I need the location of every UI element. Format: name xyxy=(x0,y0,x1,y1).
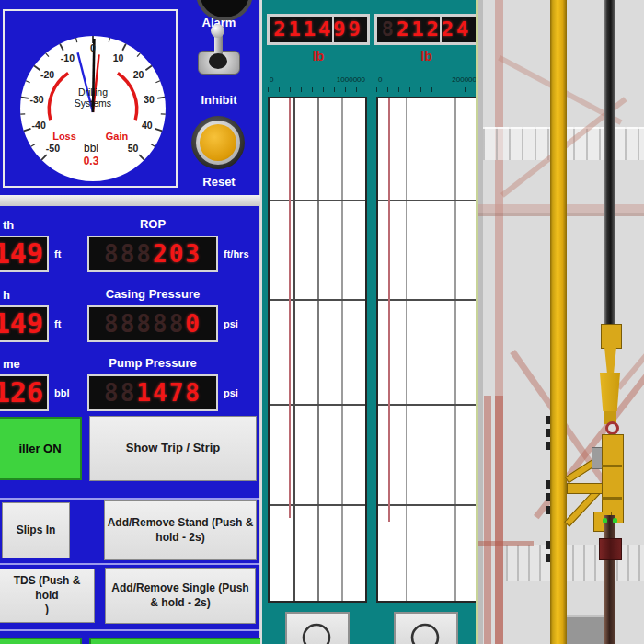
driller-on-button[interactable]: iller ON xyxy=(0,417,82,480)
depth-unit: ft xyxy=(54,248,61,259)
mud-gain-loss-gauge: 0 -10 10 -20 20 -30 30 -40 40 -50 50 Dri… xyxy=(3,9,178,188)
equipment-box xyxy=(561,615,605,644)
button-core xyxy=(200,124,236,161)
derrick-walkway-lower xyxy=(506,545,644,581)
drill-pipe-lower xyxy=(604,515,615,644)
magnifier-icon xyxy=(287,614,348,644)
derrick-leg-lower xyxy=(495,396,503,644)
pipe-collar xyxy=(599,538,622,560)
gauge-gain-label: Gain xyxy=(106,131,129,142)
indicator-light xyxy=(603,518,607,523)
weight-recorder-panel: 211499 821224 lb lb 0 1000000 0 200000 xyxy=(260,0,478,644)
weight-on-bit-unit: lb xyxy=(374,49,478,63)
svg-text:-40: -40 xyxy=(32,120,46,131)
volume-unit: bbl xyxy=(54,387,70,398)
rail-notch xyxy=(546,429,550,437)
gauge-title-line2: Systems xyxy=(75,98,111,109)
inhibit-label: Inhibit xyxy=(178,93,260,107)
wob-trace xyxy=(388,98,390,522)
volume-display: 126 xyxy=(0,374,49,411)
chart2-zoom-button[interactable] xyxy=(394,612,458,644)
svg-text:-20: -20 xyxy=(40,69,54,80)
rop-display: 888203 xyxy=(87,236,218,272)
chart1-zoom-button[interactable] xyxy=(285,612,350,644)
swivel-bail xyxy=(604,347,616,373)
gripper-detail xyxy=(602,465,622,467)
bottom-green-button-1[interactable] xyxy=(0,638,82,644)
toggle-base-hole xyxy=(209,53,227,69)
rail-notch xyxy=(546,416,550,424)
indicator-light xyxy=(613,518,617,523)
hookload-strip-chart xyxy=(268,97,367,603)
derrick-leg-left xyxy=(484,396,491,644)
svg-text:-10: -10 xyxy=(61,52,75,63)
depth-display: 149 xyxy=(0,236,49,272)
swivel-block xyxy=(601,324,622,349)
bit-depth-label-cut: h xyxy=(3,288,10,302)
rail-notch xyxy=(546,554,550,562)
svg-text:40: 40 xyxy=(142,120,153,131)
derrick-rail xyxy=(478,541,534,546)
casing-pressure-unit: psi xyxy=(224,318,238,329)
show-trip-strip-button[interactable]: Show Trip / Strip xyxy=(89,416,257,481)
svg-text:30: 30 xyxy=(144,94,155,105)
reset-label: Reset xyxy=(178,175,260,189)
rail-notch xyxy=(546,541,550,549)
display-split-line xyxy=(332,17,334,42)
rail-notch xyxy=(546,442,550,450)
rail-notch xyxy=(546,506,550,514)
svg-text:-50: -50 xyxy=(46,143,60,154)
gripper-detail xyxy=(602,497,622,500)
volume-label-cut: me xyxy=(3,357,20,371)
add-remove-stand-button[interactable]: Add/Remove Stand (Push & hold - 2s) xyxy=(104,500,257,560)
casing-pressure-label: Casing Pressure xyxy=(87,287,218,301)
weight-on-bit-display: 821224 xyxy=(374,14,478,45)
scene-edge xyxy=(478,0,483,644)
drilling-simulator-window: 0 -10 10 -20 20 -30 30 -40 40 -50 50 Dri… xyxy=(0,0,644,644)
inhibit-reset-button[interactable] xyxy=(191,116,245,169)
magnifier-icon xyxy=(396,614,456,644)
svg-text:-30: -30 xyxy=(29,94,43,105)
gauge-value: 0.3 xyxy=(84,155,99,167)
rop-unit: ft/hrs xyxy=(224,248,249,259)
rig-3d-view xyxy=(478,0,644,644)
svg-text:20: 20 xyxy=(133,69,144,80)
chart2-scale-max: 200000 xyxy=(376,75,477,84)
slips-in-button[interactable]: Slips In xyxy=(2,502,70,558)
add-remove-single-button[interactable]: Add/Remove Single (Push & hold - 2s) xyxy=(105,568,256,624)
rop-label: ROP xyxy=(87,217,218,231)
hookload-display: 211499 xyxy=(267,14,370,45)
panel-divider xyxy=(0,195,260,206)
depth-label-cut: th xyxy=(3,218,14,232)
gauge-unit: bbl xyxy=(84,142,98,155)
guide-rail xyxy=(550,0,567,644)
svg-text:10: 10 xyxy=(113,52,124,63)
pipe-gripper xyxy=(602,434,624,523)
chart1-scale-max: 1000000 xyxy=(268,75,365,84)
display-split-line xyxy=(440,17,442,42)
wob-strip-chart xyxy=(376,97,478,603)
chart2-x-axis xyxy=(376,87,478,92)
tds-button[interactable]: TDS (Push & hold ) xyxy=(0,569,95,623)
pump-pressure-display: 881478 xyxy=(87,374,218,411)
drill-pipe-upper xyxy=(604,0,615,328)
gauge-loss-label: Loss xyxy=(52,131,76,142)
swivel-ring xyxy=(605,421,619,435)
gauge-tick-0: 0 xyxy=(90,42,96,53)
bit-depth-display: 149 xyxy=(0,305,49,342)
rail-notch xyxy=(546,493,550,501)
chart1-x-axis xyxy=(268,87,367,92)
hookload-trace xyxy=(289,98,291,518)
swivel-body xyxy=(599,373,621,411)
gauge-title-line1: Drilling xyxy=(78,86,108,98)
pump-pressure-label: Pump Pressure xyxy=(87,356,218,370)
pump-pressure-unit: psi xyxy=(224,387,238,398)
casing-pressure-display: 888880 xyxy=(87,305,218,342)
control-panel: 0 -10 10 -20 20 -30 30 -40 40 -50 50 Dri… xyxy=(0,0,260,644)
toggle-ball[interactable] xyxy=(211,24,224,38)
hookload-unit: lb xyxy=(267,49,370,63)
svg-text:50: 50 xyxy=(128,143,139,154)
bottom-green-button-2[interactable] xyxy=(89,638,264,644)
rail-notch xyxy=(546,480,550,489)
bit-depth-unit: ft xyxy=(54,318,61,329)
